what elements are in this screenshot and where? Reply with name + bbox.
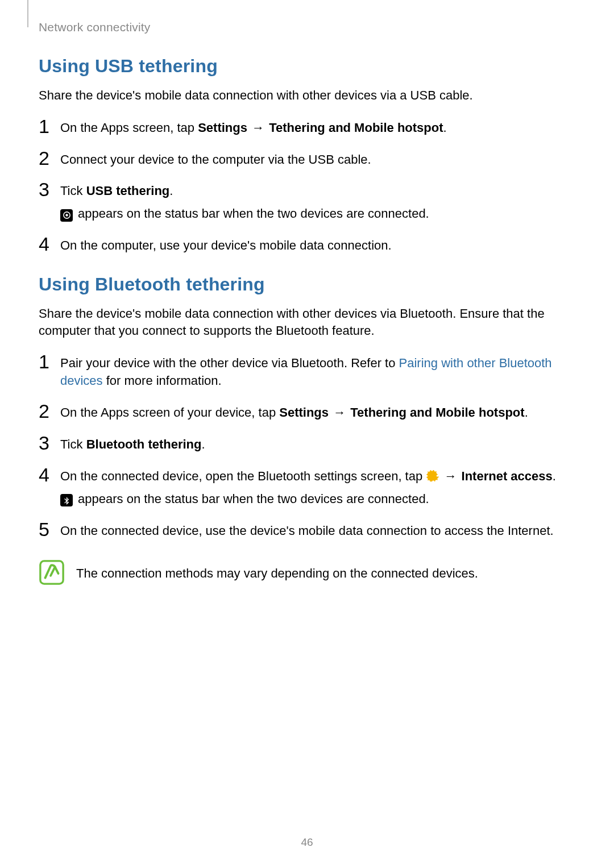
steps-bt: 1 Pair your device with the other device…: [39, 354, 575, 540]
arrow: →: [247, 121, 269, 135]
heading-usb-tethering: Using USB tethering: [39, 56, 575, 77]
step-text: On the Apps screen, tap Settings → Tethe…: [60, 119, 575, 137]
step-number: 5: [39, 520, 60, 539]
step-text: On the Apps screen of your device, tap S…: [60, 404, 575, 422]
bold-text: Settings: [279, 405, 329, 420]
note-icon: [39, 559, 65, 585]
page-number: 46: [0, 836, 614, 849]
text: .: [169, 184, 173, 198]
bold-text: USB tethering: [86, 184, 170, 198]
step-bt-4: 4 On the connected device, open the Blue…: [39, 467, 575, 508]
step-text: Connect your device to the computer via …: [60, 151, 575, 169]
arrow: →: [439, 469, 461, 483]
note-box: The connection methods may vary dependin…: [39, 559, 575, 585]
step-text: Tick USB tethering. appears on the statu…: [60, 182, 575, 223]
step-number: 2: [39, 148, 60, 168]
step-bt-3: 3 Tick Bluetooth tethering.: [39, 435, 575, 454]
step-number: 3: [39, 180, 60, 199]
crop-mark: [27, 0, 28, 27]
step-usb-1: 1 On the Apps screen, tap Settings → Tet…: [39, 119, 575, 137]
bold-text: Bluetooth tethering: [86, 437, 202, 451]
text: On the Apps screen, tap: [60, 121, 198, 135]
text: appears on the status bar when the two d…: [74, 492, 429, 506]
text: appears on the status bar when the two d…: [74, 206, 429, 221]
step-bt-1: 1 Pair your device with the other device…: [39, 354, 575, 391]
breadcrumb: Network connectivity: [39, 20, 575, 34]
step-usb-4: 4 On the computer, use your device's mob…: [39, 236, 575, 255]
step-number: 4: [39, 465, 60, 484]
intro-usb: Share the device's mobile data connectio…: [39, 87, 575, 104]
step-text: On the connected device, open the Blueto…: [60, 467, 575, 508]
text: Tick: [60, 184, 86, 198]
step-number: 4: [39, 234, 60, 254]
text: On the connected device, open the Blueto…: [60, 469, 426, 483]
step-text: On the connected device, use the device'…: [60, 522, 575, 540]
step-bt-5: 5 On the connected device, use the devic…: [39, 522, 575, 540]
steps-usb: 1 On the Apps screen, tap Settings → Tet…: [39, 119, 575, 255]
step-number: 2: [39, 401, 60, 421]
tether-status-icon: [60, 209, 73, 222]
text: Tick: [60, 437, 86, 451]
text: .: [525, 405, 528, 420]
settings-gear-icon: [426, 470, 439, 482]
step-usb-3: 3 Tick USB tethering. appears on the sta…: [39, 182, 575, 223]
bold-text: Internet access: [462, 469, 553, 483]
step-usb-2: 2 Connect your device to the computer vi…: [39, 151, 575, 169]
step-number: 1: [39, 117, 60, 136]
arrow: →: [329, 405, 350, 420]
text: .: [443, 121, 447, 135]
bold-text: Settings: [198, 121, 247, 135]
text: Pair your device with the other device v…: [60, 356, 399, 370]
text: for more information.: [103, 373, 222, 388]
heading-bluetooth-tethering: Using Bluetooth tethering: [39, 274, 575, 295]
step-text: On the computer, use your device's mobil…: [60, 236, 575, 255]
step-number: 3: [39, 433, 60, 452]
text: .: [202, 437, 205, 451]
step-text: Tick Bluetooth tethering.: [60, 435, 575, 454]
step-number: 1: [39, 352, 60, 371]
note-text: The connection methods may vary dependin…: [76, 559, 478, 583]
svg-point-1: [65, 214, 68, 217]
bold-text: Tethering and Mobile hotspot: [350, 405, 524, 420]
text: On the Apps screen of your device, tap: [60, 405, 279, 420]
intro-bt: Share the device's mobile data connectio…: [39, 305, 575, 339]
bluetooth-status-icon: [60, 494, 73, 506]
step-bt-2: 2 On the Apps screen of your device, tap…: [39, 404, 575, 422]
text: .: [553, 469, 556, 483]
bold-text: Tethering and Mobile hotspot: [269, 121, 443, 135]
step-text: Pair your device with the other device v…: [60, 354, 575, 391]
